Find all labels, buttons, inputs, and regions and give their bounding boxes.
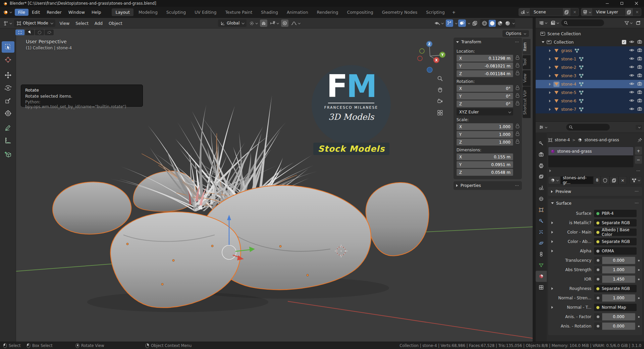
remove-slot-button[interactable]: − [635,156,642,164]
material-name-field[interactable]: stones-and-gr... [560,176,593,184]
preview-panel-header[interactable]: Preview [548,187,642,196]
tab-object-data[interactable] [536,260,547,271]
pivot-point-dropdown[interactable] [248,19,259,27]
fake-user-shield-button[interactable] [601,176,609,184]
eye-icon[interactable] [629,107,634,112]
viewport-menu-item[interactable]: Select [72,19,92,27]
expand-arrow-icon[interactable] [551,231,553,234]
eye-icon[interactable] [629,40,634,45]
select-mode-box[interactable] [25,30,34,35]
surface-panel-header[interactable]: Surface [548,199,642,208]
axis-z-neg[interactable] [427,67,432,72]
scale-field[interactable]: Y1.000 [457,131,513,138]
tab-tool[interactable] [536,138,547,149]
rotation-field[interactable]: Y0° [457,93,513,100]
select-mode-tweak[interactable] [15,30,24,35]
node-socket[interactable] [594,257,602,264]
eye-icon[interactable] [629,73,634,78]
new-material-button[interactable] [609,176,619,184]
outliner-editor-type-button[interactable] [538,19,548,27]
editor-type-button[interactable] [2,19,13,27]
expand-arrow-icon[interactable] [551,287,553,290]
disclosure-icon[interactable] [549,49,551,52]
value-slider[interactable]: 0.000 [602,322,635,330]
annotate-tool[interactable] [2,122,14,133]
decorator-dot[interactable] [638,297,640,299]
disclosure-icon[interactable] [549,91,551,94]
disclosure-icon[interactable] [549,100,551,102]
minimize-button[interactable] [600,0,614,7]
snap-toggle[interactable] [260,19,267,27]
node-socket[interactable] [594,322,602,330]
workspace-tab[interactable]: Animation [283,8,312,16]
slot-specials-icon[interactable] [549,169,551,172]
axis-gizmo[interactable]: Z Y X [412,38,451,77]
lock-icon[interactable] [513,133,520,136]
camera-icon[interactable] [637,82,642,87]
lock-icon[interactable] [513,87,520,90]
transform-orientation-dropdown[interactable]: Global [218,19,247,27]
axis-z-pos[interactable]: Z [426,41,432,47]
node-link-value[interactable]: Separate RGB [594,238,637,245]
blender-app-menu[interactable] [3,9,11,15]
xray-toggle[interactable] [471,19,479,27]
camera-icon[interactable] [637,107,642,112]
viewport-3d-scene[interactable] [0,29,533,342]
dimension-field[interactable]: Z0.0548 m [457,169,513,176]
lock-icon[interactable] [513,126,520,128]
expand-arrow-icon[interactable] [551,306,553,309]
dimension-field[interactable]: X0.155 m [457,153,513,160]
workspace-tab[interactable]: Compositing [343,8,377,16]
expand-arrow-icon[interactable] [551,240,553,243]
shading-solid-button[interactable] [489,20,496,27]
tab-view-layer[interactable] [536,171,547,182]
workspace-tab[interactable]: Scripting [422,8,448,16]
value-slider[interactable]: 0.000 [602,313,635,320]
list-grip[interactable] [636,170,641,172]
select-box-tool[interactable] [2,41,14,53]
tab-object[interactable] [536,204,547,215]
menu-item[interactable]: Help [88,9,105,16]
workspace-tab[interactable]: + [450,8,458,16]
rotation-field[interactable]: X0° [457,85,513,92]
eye-icon[interactable] [629,48,634,53]
disclosure-icon[interactable] [542,41,544,43]
outliner-object-row[interactable]: stone-7 [536,105,644,113]
value-slider[interactable]: 1.000 [602,266,635,273]
remove-view-layer-button[interactable]: × [633,8,641,16]
lock-icon[interactable] [513,95,520,98]
scale-field[interactable]: Z1.000 [457,139,513,146]
add-slot-button[interactable]: + [635,147,642,155]
tab-particles[interactable] [536,227,547,238]
view-layer-name[interactable]: View Layer [593,10,625,14]
expand-arrow-icon[interactable] [551,221,553,224]
eye-icon[interactable] [629,82,634,87]
tab-physics[interactable] [536,238,547,249]
axis-y-pos[interactable]: Y [439,52,445,58]
sidebar-tab[interactable]: View [523,70,531,86]
tab-constraints[interactable] [536,249,547,260]
node-link-value[interactable]: Normal Map [594,304,637,311]
workspace-tab[interactable]: Layout [112,8,133,16]
decorator-dot[interactable] [638,316,640,318]
object-visibility-dropdown[interactable] [433,20,444,27]
node-socket[interactable] [594,266,602,273]
location-field[interactable]: Y-0.081021 m [457,62,513,69]
decorator-dot[interactable] [638,326,640,327]
lock-icon[interactable] [513,141,520,144]
show-gizmo-toggle[interactable] [446,19,453,27]
disclosure-icon[interactable] [549,66,551,69]
properties-search-input[interactable] [566,124,610,131]
node-link-value[interactable]: ORMA [594,247,637,255]
collection-row[interactable]: Collection ✓ [536,38,644,46]
value-slider[interactable]: 1.450 [602,276,635,283]
new-collection-button[interactable] [635,19,642,27]
rotation-mode-dropdown[interactable]: XYZ Euler [457,108,513,115]
eye-icon[interactable] [629,57,634,61]
tab-world[interactable] [536,193,547,204]
node-link-value[interactable]: Separate RGB [594,285,637,292]
node-link-value[interactable]: Separate RGB [594,219,637,227]
snap-target-dropdown[interactable] [269,20,280,27]
value-slider[interactable]: 1.000 [602,294,635,302]
lock-icon[interactable] [513,65,520,67]
